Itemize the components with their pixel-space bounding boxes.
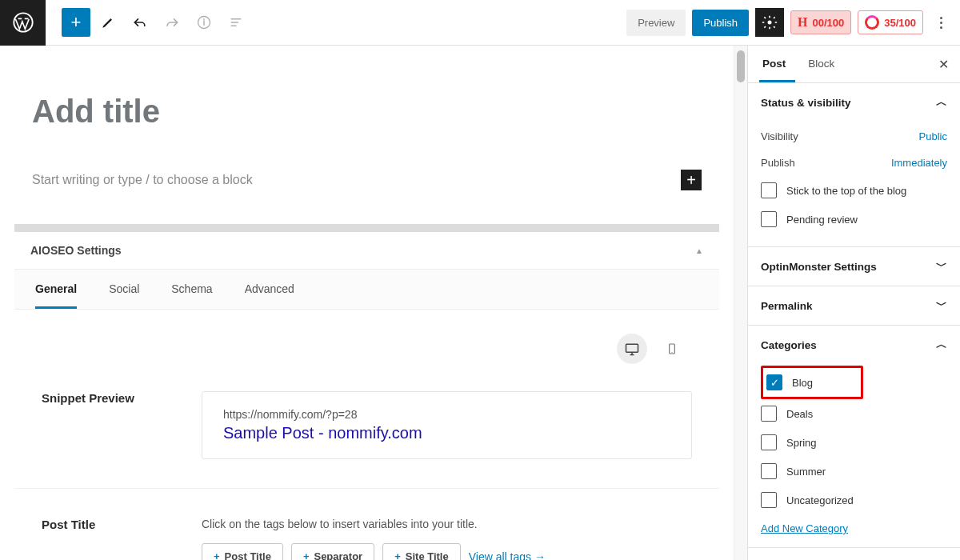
post-title-area[interactable]: Add title <box>0 46 734 138</box>
editor-scrollbar[interactable] <box>734 46 747 560</box>
category-label: Blog <box>792 377 813 389</box>
snippet-url: https://nommify.com/?p=28 <box>223 408 670 421</box>
settings-button[interactable] <box>755 8 784 37</box>
settings-sidebar: Post Block ✕ Status & visibility ︿ Visib… <box>747 46 960 560</box>
section-title: OptinMonster Settings <box>761 261 877 273</box>
view-all-tags-link[interactable]: View all tags → <box>469 550 546 561</box>
publish-value[interactable]: Immediately <box>891 157 947 169</box>
category-item-blog[interactable]: ✓ Blog <box>766 371 813 394</box>
tag-post-title[interactable]: +Post Title <box>202 543 283 560</box>
category-label: Deals <box>786 408 813 420</box>
details-button[interactable] <box>190 8 218 37</box>
headline-score-value: 00/100 <box>812 17 844 29</box>
visibility-label: Visibility <box>761 130 919 142</box>
separator <box>14 488 719 489</box>
category-item-deals[interactable]: Deals <box>761 399 947 428</box>
checkbox-checked-icon: ✓ <box>766 374 782 390</box>
tag-label: Separator <box>314 550 362 560</box>
publish-button[interactable]: Publish <box>692 10 749 36</box>
checkbox-icon <box>761 463 777 479</box>
add-block-button[interactable]: + <box>62 8 90 37</box>
snippet-preview-row: Snippet Preview https://nommify.com/?p=2… <box>42 380 692 470</box>
post-title-placeholder: Add title <box>32 94 702 130</box>
snippet-preview-box: https://nommify.com/?p=28 Sample Post - … <box>202 391 692 459</box>
redo-button[interactable] <box>158 8 186 37</box>
aioseo-panel-header[interactable]: AIOSEO Settings ▲ <box>14 232 719 270</box>
aioseo-tab-general[interactable]: General <box>35 270 77 309</box>
aioseo-general-body: Snippet Preview https://nommify.com/?p=2… <box>14 310 719 560</box>
svg-point-2 <box>768 21 772 25</box>
tag-label: Post Title <box>225 550 271 560</box>
stick-label: Stick to the top of the blog <box>786 185 906 197</box>
visibility-value[interactable]: Public <box>919 130 947 142</box>
svg-rect-3 <box>626 344 638 352</box>
category-label: Spring <box>786 437 817 449</box>
inline-add-block-button[interactable]: + <box>681 170 702 190</box>
plus-icon: + <box>394 550 401 560</box>
status-visibility-section: Status & visibility ︿ Visibility Public … <box>748 83 960 247</box>
undo-button[interactable] <box>126 8 154 37</box>
tag-separator[interactable]: +Separator <box>291 543 374 560</box>
wordpress-icon <box>12 11 34 34</box>
more-options-button[interactable] <box>930 17 952 29</box>
category-item-uncategorized[interactable]: Uncategorized <box>761 486 947 514</box>
stick-checkbox-row[interactable]: Stick to the top of the blog <box>761 176 947 205</box>
section-title: Categories <box>761 339 817 351</box>
pending-checkbox-row[interactable]: Pending review <box>761 205 947 234</box>
tag-site-title[interactable]: +Site Title <box>382 543 461 560</box>
mobile-icon <box>666 341 678 357</box>
top-toolbar: + Preview Publish H00/100 35/100 <box>0 0 960 46</box>
aioseo-tab-schema[interactable]: Schema <box>171 270 212 309</box>
chevron-up-icon: ︿ <box>936 338 947 352</box>
aioseo-panel-title: AIOSEO Settings <box>30 244 122 257</box>
sidebar-tab-post[interactable]: Post <box>759 46 795 82</box>
desktop-preview-button[interactable] <box>617 334 647 364</box>
aioseo-tab-advanced[interactable]: Advanced <box>245 270 294 309</box>
tag-label: Site Title <box>406 550 449 560</box>
block-placeholder-text: Start writing or type / to choose a bloc… <box>32 173 253 187</box>
plus-icon: + <box>303 550 310 560</box>
checkbox-icon <box>761 182 777 198</box>
publish-label: Publish <box>761 157 891 169</box>
status-visibility-body: Visibility Public Publish Immediately St… <box>748 122 960 246</box>
pending-label: Pending review <box>786 214 858 226</box>
category-label: Summer <box>786 466 826 478</box>
aioseo-meta-box: AIOSEO Settings ▲ General Social Schema … <box>14 224 719 560</box>
category-item-summer[interactable]: Summer <box>761 457 947 486</box>
post-title-label: Post Title <box>42 518 202 560</box>
checkbox-icon <box>761 211 777 227</box>
post-title-row: Post Title Click on the tags below to in… <box>42 506 692 560</box>
optinmonster-header[interactable]: OptinMonster Settings ﹀ <box>748 247 960 286</box>
undo-icon <box>132 14 148 30</box>
categories-section: Categories ︿ ✓ Blog Deals Spring <box>748 326 960 548</box>
snippet-preview-label: Snippet Preview <box>42 391 202 459</box>
scrollbar-thumb[interactable] <box>737 50 745 82</box>
optinmonster-section: OptinMonster Settings ﹀ <box>748 247 960 286</box>
toolbar-right: Preview Publish H00/100 35/100 <box>626 8 960 37</box>
category-item-spring[interactable]: Spring <box>761 428 947 457</box>
category-label: Uncategorized <box>786 494 854 506</box>
outline-button[interactable] <box>222 8 250 37</box>
add-new-category-link[interactable]: Add New Category <box>761 522 848 534</box>
block-inserter-row[interactable]: Start writing or type / to choose a bloc… <box>0 138 734 206</box>
mobile-preview-button[interactable] <box>657 334 687 364</box>
pencil-icon <box>100 14 116 30</box>
categories-header[interactable]: Categories ︿ <box>748 326 960 364</box>
h-icon: H <box>798 15 807 30</box>
seo-score-badge[interactable]: 35/100 <box>858 10 923 34</box>
aioseo-tab-social[interactable]: Social <box>109 270 139 309</box>
status-visibility-header[interactable]: Status & visibility ︿ <box>748 83 960 122</box>
wordpress-logo[interactable] <box>0 0 46 46</box>
chevron-up-icon: ︿ <box>936 95 947 110</box>
permalink-header[interactable]: Permalink ﹀ <box>748 286 960 325</box>
sidebar-tab-block[interactable]: Block <box>805 46 844 82</box>
workspace: Add title Start writing or type / to cho… <box>0 46 960 560</box>
preview-button[interactable]: Preview <box>626 10 686 36</box>
list-icon <box>228 14 244 30</box>
edit-mode-button[interactable] <box>94 8 122 37</box>
headline-score-badge[interactable]: H00/100 <box>790 10 851 34</box>
info-icon <box>196 14 212 30</box>
post-title-hint: Click on the tags below to insert variab… <box>202 518 692 530</box>
close-sidebar-button[interactable]: ✕ <box>938 57 949 72</box>
device-preview-toggle <box>42 326 692 380</box>
